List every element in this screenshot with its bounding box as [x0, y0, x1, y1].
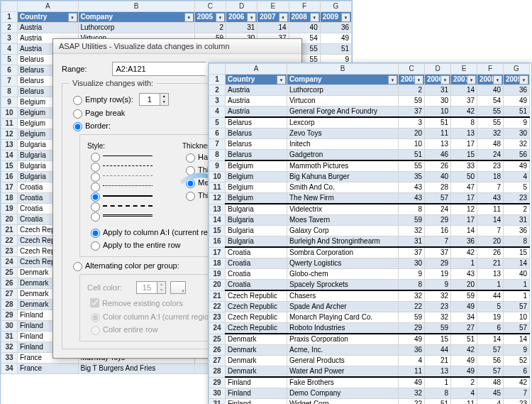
- range-label: Range:: [62, 65, 87, 73]
- border-radio[interactable]: [73, 122, 82, 131]
- apply-current-radio[interactable]: [91, 229, 100, 238]
- page-break-radio[interactable]: [73, 109, 82, 119]
- color-picker-icon[interactable]: ▼: [170, 281, 186, 294]
- alt-color-radio[interactable]: [73, 262, 82, 271]
- empty-rows-spin[interactable]: 1▲▼: [139, 93, 169, 106]
- dialog-title: ASAP Utilities - Visualize data changes …: [53, 39, 301, 54]
- empty-rows-radio[interactable]: [73, 96, 82, 105]
- apply-row-radio[interactable]: [91, 241, 100, 251]
- result-spreadsheet: ABCDEFG1Country▼Company▼2005▼2006▼2007▼2…: [208, 62, 532, 404]
- range-input[interactable]: ▼: [112, 62, 206, 76]
